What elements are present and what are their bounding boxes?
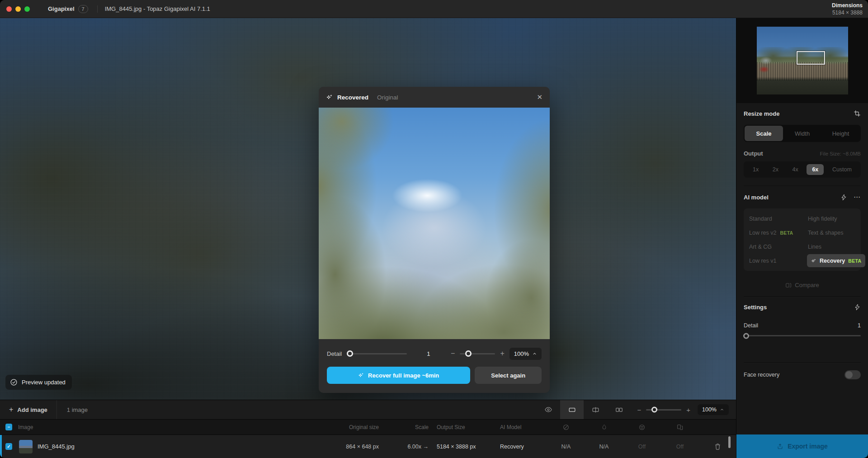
face-recovery-label: Face recovery <box>744 372 779 378</box>
model-label: Art & CG <box>749 244 772 250</box>
recovery-sparkle-icon <box>358 372 364 378</box>
zoom-slider[interactable] <box>460 353 495 354</box>
image-name: IMG_8445.jpg <box>38 443 75 450</box>
canvas-zoom-dropdown[interactable]: 100% <box>698 404 729 415</box>
scale-custom[interactable]: Custom <box>827 164 857 175</box>
zoom-in-button[interactable]: + <box>500 350 504 357</box>
zoom-level-dropdown[interactable]: 100% <box>509 348 542 360</box>
canvas-zoom-controls: − + <box>637 406 690 414</box>
model-label: Lines <box>808 244 821 250</box>
model-low-res-v1[interactable]: Low res v1 <box>748 254 807 267</box>
select-all-checkbox[interactable]: – <box>5 424 12 430</box>
modal-header: Recovered Original ✕ <box>319 87 550 108</box>
model-text-shapes[interactable]: Text & shapes <box>807 226 865 239</box>
resize-mode-segmented: Scale Width Height <box>744 125 861 142</box>
export-icon <box>777 443 783 450</box>
app-identity: Gigapixel 7 <box>48 5 88 13</box>
ai-model-grid: Standard High fidelity Low res v2 BETA T… <box>744 208 861 271</box>
detail-slider-knob[interactable] <box>347 350 353 357</box>
modal-buttons: Recover full image ~6min Select again <box>319 360 550 384</box>
queue-scrollbar-thumb[interactable] <box>728 436 731 448</box>
select-again-label: Select again <box>491 372 525 379</box>
side-by-side-icon <box>615 406 623 414</box>
canvas-zoom-value: 100% <box>702 406 717 413</box>
zoom-slider-knob[interactable] <box>465 350 472 357</box>
zoom-in-button[interactable]: + <box>686 406 690 414</box>
settings-title: Settings <box>744 304 767 311</box>
navigator-viewport-rect[interactable] <box>797 51 825 65</box>
add-image-button[interactable]: + Add image <box>0 400 57 419</box>
zoom-level-value: 100% <box>514 350 529 357</box>
titlebar: Gigapixel 7 IMG_8445.jpg - Topaz Gigapix… <box>0 0 868 18</box>
scale-options: 1x 2x 4x 6x Custom <box>744 161 861 178</box>
column-sharpen <box>585 424 623 430</box>
format-value: Off <box>661 444 699 450</box>
queue-row[interactable]: ✓ IMG_8445.jpg 864 × 648 px 6.00x → 5184… <box>0 434 736 458</box>
single-view-icon <box>568 406 576 414</box>
side-by-side-view-button[interactable] <box>607 400 631 419</box>
export-image-button[interactable]: Export image <box>736 434 868 458</box>
detail-setting-slider[interactable] <box>744 335 861 336</box>
lightning-icon[interactable] <box>854 304 861 311</box>
resize-mode-section: Resize mode Scale Width Height Output Fi… <box>736 110 868 186</box>
tab-recovered[interactable]: Recovered <box>337 94 368 101</box>
row-checkbox[interactable]: ✓ <box>5 443 12 450</box>
column-image: Image <box>18 424 298 430</box>
compare-button[interactable]: Compare <box>744 282 861 288</box>
zoom-out-button[interactable]: − <box>451 350 455 357</box>
zoom-out-button[interactable]: − <box>637 406 641 414</box>
detail-slider[interactable] <box>348 353 407 354</box>
crop-icon[interactable] <box>854 110 861 117</box>
section-divider <box>744 363 861 363</box>
model-low-res-v2[interactable]: Low res v2 BETA <box>748 226 807 239</box>
view-mode-controls <box>537 400 631 419</box>
recover-full-image-button[interactable]: Recover full image ~6min <box>327 367 470 384</box>
toast-text: Preview updated <box>22 379 66 386</box>
recovered-image-preview[interactable] <box>319 108 550 339</box>
queue-table-header: – Image Original size Scale Output Size … <box>0 419 736 434</box>
model-label: High fidelity <box>808 216 837 222</box>
detail-setting-value: 1 <box>858 322 861 329</box>
canvas-zoom-slider[interactable] <box>646 409 681 411</box>
check-circle-icon <box>10 378 18 386</box>
model-standard[interactable]: Standard <box>748 212 807 225</box>
model-art-cg[interactable]: Art & CG <box>748 240 807 253</box>
segment-height[interactable]: Height <box>821 126 860 141</box>
segment-scale[interactable]: Scale <box>745 126 783 141</box>
face-recovery-toggle[interactable] <box>844 370 861 379</box>
navigator-fence <box>757 62 848 80</box>
ai-model-value: Recovery <box>497 444 547 450</box>
minimize-window-button[interactable] <box>15 6 21 12</box>
scale-6x[interactable]: 6x <box>807 164 824 175</box>
navigator-car <box>759 66 769 73</box>
add-image-label: Add image <box>17 406 47 413</box>
close-icon[interactable]: ✕ <box>537 93 542 101</box>
ai-model-title: AI model <box>744 194 769 201</box>
select-again-button[interactable]: Select again <box>475 367 542 384</box>
canvas-zoom-knob[interactable] <box>651 407 657 413</box>
detail-setting-knob[interactable] <box>743 333 749 339</box>
chevron-up-icon <box>532 351 537 356</box>
model-lines[interactable]: Lines <box>807 240 865 253</box>
image-canvas[interactable]: Preview updated Recovered Original ✕ Det… <box>0 18 736 400</box>
more-options-icon[interactable]: ⋯ <box>854 193 861 201</box>
split-view-button[interactable] <box>584 400 607 419</box>
navigator-thumbnail[interactable] <box>757 27 848 94</box>
indeterminate-mark: – <box>8 425 10 430</box>
fullscreen-window-button[interactable] <box>24 6 30 12</box>
model-high-fidelity[interactable]: High fidelity <box>807 212 865 225</box>
model-recovery-selected[interactable]: Recovery BETA <box>807 254 865 267</box>
close-window-button[interactable] <box>6 6 12 12</box>
lightning-icon[interactable] <box>840 194 847 201</box>
tab-original[interactable]: Original <box>377 94 398 101</box>
window-controls <box>6 6 30 12</box>
droplet-icon <box>601 424 608 430</box>
scale-1x[interactable]: 1x <box>747 164 764 175</box>
single-view-button[interactable] <box>560 400 584 419</box>
preview-toggle-button[interactable] <box>537 400 560 419</box>
sharpen-value: N/A <box>585 444 623 450</box>
scale-4x[interactable]: 4x <box>787 164 804 175</box>
image-name-cell: IMG_8445.jpg <box>18 440 298 453</box>
segment-width[interactable]: Width <box>783 126 821 141</box>
scale-2x[interactable]: 2x <box>767 164 784 175</box>
